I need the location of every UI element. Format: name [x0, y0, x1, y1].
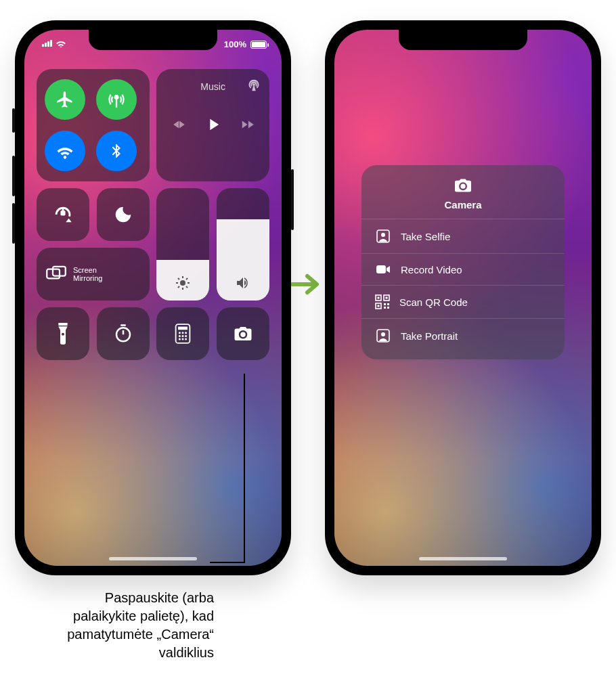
svg-point-2 [180, 280, 185, 286]
do-not-disturb-button[interactable] [97, 188, 150, 241]
iphone-left: 100% [15, 20, 291, 575]
notch [89, 30, 217, 50]
volume-icon [235, 275, 251, 291]
camera-panel-title: Camera [444, 199, 481, 210]
take-portrait-label: Take Portrait [401, 330, 458, 342]
screen-right: Camera Take Selfie Record Video Scan QR … [334, 30, 592, 566]
calculator-button[interactable] [156, 307, 209, 360]
svg-point-17 [182, 332, 184, 334]
bluetooth-icon [108, 141, 125, 160]
iphone-right: Camera Take Selfie Record Video Scan QR … [325, 20, 601, 575]
music-label: Music [200, 81, 225, 92]
bluetooth-button[interactable] [96, 131, 137, 171]
arrow-icon [291, 267, 325, 301]
volume-slider[interactable] [217, 188, 269, 301]
take-selfie-option[interactable]: Take Selfie [361, 219, 565, 253]
svg-line-9 [178, 286, 179, 288]
video-icon [375, 263, 391, 276]
calculator-icon [175, 324, 191, 344]
svg-point-16 [179, 332, 181, 334]
svg-line-10 [186, 278, 188, 280]
svg-point-18 [185, 332, 187, 334]
prev-track-icon[interactable] [171, 117, 186, 132]
home-indicator[interactable] [109, 557, 197, 560]
svg-rect-33 [378, 305, 380, 307]
flashlight-icon [56, 323, 70, 345]
music-tile[interactable]: Music [156, 69, 269, 181]
selfie-icon [375, 228, 391, 244]
svg-rect-35 [387, 303, 389, 305]
screen-mirror-icon [46, 265, 66, 283]
camera-icon [453, 177, 473, 194]
camera-icon [233, 325, 253, 342]
screen-mirroring-button[interactable]: Screen Mirroring [37, 248, 150, 301]
scan-qr-option[interactable]: Scan QR Code [361, 285, 565, 318]
svg-rect-36 [384, 307, 386, 309]
rotation-lock-icon [51, 203, 74, 226]
home-indicator[interactable] [419, 557, 507, 560]
svg-point-39 [381, 332, 385, 336]
svg-point-20 [182, 335, 184, 337]
play-icon[interactable] [204, 115, 223, 134]
svg-rect-32 [386, 297, 388, 299]
svg-line-7 [178, 278, 179, 280]
screen-left: 100% [24, 30, 282, 566]
portrait-icon [375, 328, 391, 344]
svg-point-22 [179, 338, 181, 340]
record-video-option[interactable]: Record Video [361, 253, 565, 285]
svg-point-19 [179, 335, 181, 337]
battery-icon [250, 41, 267, 49]
flashlight-button[interactable] [37, 307, 89, 360]
airplane-mode-button[interactable] [45, 79, 85, 120]
rotation-lock-button[interactable] [37, 188, 89, 241]
timer-icon [113, 324, 133, 344]
svg-rect-31 [378, 297, 380, 299]
callout-leader-line [244, 374, 245, 563]
svg-point-24 [185, 338, 187, 340]
airplay-icon[interactable] [246, 77, 261, 92]
svg-line-8 [186, 286, 188, 288]
antenna-icon [107, 90, 126, 109]
timer-button[interactable] [97, 307, 150, 360]
camera-quick-actions-panel: Camera Take Selfie Record Video Scan QR … [361, 165, 565, 359]
svg-point-23 [182, 338, 184, 340]
camera-button[interactable] [217, 307, 269, 360]
figure-stage: 100% [0, 0, 616, 687]
cellular-signal-icon [42, 40, 52, 47]
battery-label: 100% [224, 39, 246, 49]
wifi-icon [56, 39, 66, 47]
airplane-icon [56, 90, 74, 109]
wifi-button[interactable] [45, 131, 85, 171]
take-portrait-option[interactable]: Take Portrait [361, 318, 565, 353]
qr-icon [375, 294, 390, 309]
connectivity-tile[interactable] [37, 69, 150, 181]
screen-mirroring-label: Screen Mirroring [73, 266, 102, 282]
svg-point-26 [381, 233, 385, 237]
wifi-icon [56, 141, 74, 160]
svg-rect-27 [376, 265, 386, 273]
moon-icon [113, 204, 133, 225]
cellular-data-button[interactable] [96, 79, 137, 120]
record-video-label: Record Video [401, 264, 462, 275]
scan-qr-label: Scan QR Code [399, 296, 468, 308]
brightness-icon [175, 275, 191, 291]
callout-text: Paspauskite (arba palaikykite palietę), … [38, 589, 214, 662]
svg-rect-34 [384, 303, 386, 305]
next-track-icon[interactable] [240, 117, 255, 132]
svg-rect-15 [178, 327, 188, 330]
control-center-grid: Music Screen Mirroring [37, 69, 269, 360]
svg-point-21 [185, 335, 187, 337]
take-selfie-label: Take Selfie [401, 231, 450, 242]
notch [399, 30, 527, 50]
svg-rect-37 [387, 307, 389, 309]
brightness-slider[interactable] [156, 188, 209, 301]
